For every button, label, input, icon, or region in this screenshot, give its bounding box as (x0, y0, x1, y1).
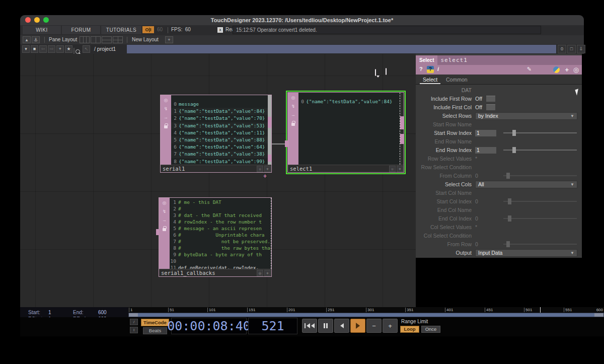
layout-preset-4[interactable] (113, 36, 123, 43)
lock-flag-icon[interactable] (163, 228, 166, 231)
timecode-mode-button[interactable]: TimeCode (141, 319, 169, 326)
dock-down-icon[interactable]: ⇩ (577, 45, 585, 53)
scrollbar-left-handle[interactable] (129, 313, 138, 317)
integer-mode-button[interactable]: I (130, 327, 138, 333)
play-button[interactable] (350, 319, 365, 333)
node-viewer-toggle-icon[interactable]: ▫ (389, 166, 396, 172)
bypass-flag-icon[interactable]: ↯ (159, 209, 170, 214)
network-editor[interactable]: ◎ ↯ → 0message 1{"name":"testData","valu… (20, 54, 416, 307)
export-flag-icon[interactable]: → (161, 115, 171, 120)
window-icon[interactable]: □ (567, 45, 576, 53)
wiki-tab[interactable]: WIKI (23, 26, 61, 34)
forward-arrow-icon[interactable]: ⇨ (48, 45, 55, 53)
viewer-flag-icon[interactable]: ◎ (159, 200, 170, 205)
edit-pencil-icon[interactable]: ✎ (527, 66, 532, 72)
select1-input-connector[interactable] (285, 140, 289, 147)
timeline-scrollbar[interactable] (128, 313, 604, 317)
add-parameter-icon[interactable]: + (565, 66, 569, 74)
export-flag-icon[interactable]: → (159, 217, 170, 223)
node-resize-icon[interactable]: + (397, 166, 403, 172)
bookmark-count[interactable]: 0 (558, 45, 566, 53)
bullseye-icon[interactable]: ◎ (573, 66, 579, 74)
callbacks-flag-column[interactable]: ◎ ↯ → (159, 198, 170, 276)
viewer-flag-icon[interactable]: ◎ (161, 98, 171, 103)
play-reverse-button[interactable] (334, 319, 349, 333)
include-first-col-toggle[interactable] (486, 104, 495, 110)
frame-mode-button[interactable]: / (130, 319, 138, 325)
pane-menu-dropdown-icon[interactable]: ▾ (22, 45, 30, 53)
add-layout-button[interactable]: + (165, 36, 173, 43)
node-viewer-toggle-icon[interactable]: ▫ (257, 166, 263, 172)
fps-readout[interactable]: FPS: 60 (171, 27, 191, 32)
beats-mode-button[interactable]: Beats (143, 327, 167, 334)
select-cols-dropdown[interactable]: All ▼ (475, 181, 577, 188)
node-select1[interactable]: ◎ ↯ → 0{"name":"testData","value":84} se… (287, 92, 404, 173)
callbacks-input-connector[interactable] (156, 229, 159, 235)
network-path[interactable]: / project1 (94, 46, 116, 52)
info-icon[interactable]: i (437, 66, 439, 72)
help-icon[interactable]: ? (419, 66, 423, 72)
callbacks-code-viewer[interactable]: 1# me - this DAT 2# 3# dat - the DAT tha… (170, 198, 271, 276)
jump-parent-icon[interactable]: ↖ (83, 45, 90, 53)
node-viewer-toggle-icon[interactable]: ◎ (257, 270, 263, 276)
comment-bubble-icon[interactable] (375, 69, 376, 76)
from-row-slider[interactable] (503, 244, 577, 245)
step-back-button[interactable]: − (366, 319, 382, 333)
add-icon[interactable]: + (56, 45, 64, 53)
scrollbar-right-handle[interactable] (594, 313, 603, 317)
frame-display[interactable]: 521 (248, 318, 297, 334)
playhead-marker[interactable] (540, 307, 541, 313)
serial1-name-bar[interactable]: serial1 ▫ + (161, 165, 271, 172)
pause-button[interactable] (318, 319, 333, 333)
stop-icon[interactable]: ■ (31, 45, 38, 53)
python-expression-icon[interactable] (553, 66, 560, 73)
lock-flag-icon[interactable] (164, 125, 168, 128)
back-arrow-icon[interactable]: ⇦ (39, 45, 47, 53)
select1-flag-column[interactable]: ◎ ↯ → (288, 93, 298, 172)
layout-preset-1[interactable] (80, 36, 90, 43)
select-rows-dropdown[interactable]: by Index ▼ (475, 112, 577, 120)
python-help-icon[interactable]: ? (427, 66, 434, 73)
node-resize-icon[interactable]: + (264, 166, 271, 172)
viewer-flag-icon[interactable]: ◎ (288, 95, 298, 100)
end-value[interactable]: 600 (98, 310, 107, 315)
close-traffic-light[interactable] (25, 17, 31, 23)
end-row-index-slider[interactable] (503, 150, 577, 151)
bypass-flag-icon[interactable]: ↯ (161, 106, 171, 111)
node-serial1[interactable]: ◎ ↯ → 0message 1{"name":"testData","valu… (160, 95, 272, 173)
select1-table-viewer[interactable]: 0{"name":"testData","value":84} (298, 93, 400, 172)
tab-common[interactable]: Common (443, 76, 471, 84)
bypass-flag-icon[interactable]: ↯ (288, 104, 298, 109)
serial1-expand-handle[interactable]: + (263, 173, 267, 180)
start-col-index-slider[interactable] (503, 201, 577, 202)
search-icon[interactable] (73, 48, 74, 54)
select1-name-bar[interactable]: select1 ▫ + (288, 165, 404, 172)
serial1-table-viewer[interactable]: 0message 1{"name":"testData","value":84}… (171, 95, 268, 172)
zoom-traffic-light[interactable] (43, 17, 49, 23)
star-bookmark-icon[interactable]: ★ (65, 45, 72, 53)
realtime-checkbox[interactable]: x (217, 27, 223, 33)
lock-flag-icon[interactable] (291, 123, 295, 126)
select1-scrollbar[interactable] (400, 93, 404, 172)
pane-maximize-icon[interactable]: ▴ (23, 36, 31, 43)
node-serial1-callbacks[interactable]: ◎ ↯ → 1# me - this DAT 2# 3# dat - the D… (159, 197, 272, 277)
start-row-index-slider[interactable] (503, 132, 577, 133)
end-col-index-slider[interactable] (503, 218, 577, 219)
forum-tab[interactable]: FORUM (62, 26, 100, 34)
node-resize-icon[interactable]: + (264, 270, 271, 276)
path-bar-fill[interactable] (127, 45, 556, 53)
minimize-traffic-light[interactable] (34, 17, 40, 23)
callbacks-name-bar[interactable]: serial1_callbacks ◎ + (159, 269, 271, 276)
end-row-index-field[interactable]: 1 (475, 147, 496, 154)
operator-name-field[interactable]: select1 (437, 55, 582, 65)
tab-select[interactable]: Select (420, 76, 440, 84)
oi-middle-mouse-badge[interactable]: O|I (142, 26, 154, 33)
once-button[interactable]: Once (421, 326, 440, 333)
start-value[interactable]: 1 (48, 310, 51, 315)
step-forward-button[interactable]: + (383, 319, 398, 333)
output-dropdown[interactable]: Input Data ▼ (475, 249, 577, 257)
tutorials-tab[interactable]: TUTORIALS (101, 26, 141, 34)
start-row-index-field[interactable]: 1 (475, 130, 496, 136)
timeline-ruler[interactable]: 1 51 101 151 201 251 301 351 401 451 501… (128, 307, 604, 313)
export-flag-icon[interactable]: → (288, 112, 298, 117)
